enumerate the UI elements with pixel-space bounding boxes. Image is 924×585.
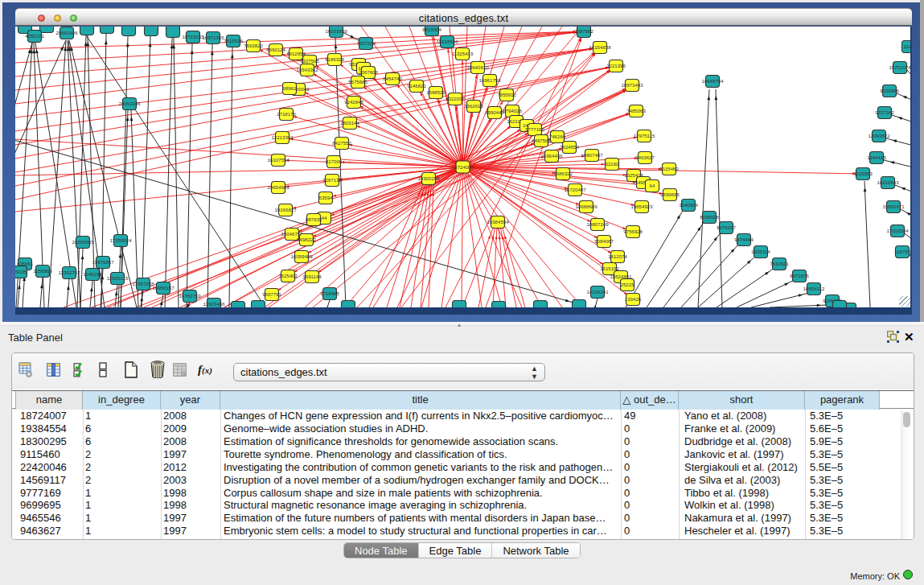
svg-text:9329966: 9329966 <box>880 88 899 93</box>
svg-text:1612074: 1612074 <box>608 253 627 259</box>
svg-text:19166827: 19166827 <box>274 207 297 212</box>
svg-text:10807487: 10807487 <box>581 152 603 158</box>
svg-text:5675685: 5675685 <box>348 79 368 84</box>
svg-text:9084067: 9084067 <box>594 238 614 244</box>
svg-text:6497568: 6497568 <box>532 138 551 143</box>
svg-text:116753: 116753 <box>894 249 910 254</box>
svg-text:19218506: 19218506 <box>436 39 458 44</box>
svg-text:2367608: 2367608 <box>359 69 378 75</box>
svg-text:17359924: 17359924 <box>109 237 132 243</box>
svg-text:98961: 98961 <box>283 85 298 91</box>
svg-text:16099489: 16099489 <box>290 253 313 259</box>
svg-text:9115460: 9115460 <box>659 166 679 171</box>
svg-text:20691406: 20691406 <box>55 30 78 35</box>
svg-text:1640954: 1640954 <box>679 202 698 208</box>
svg-text:8454749: 8454749 <box>383 76 402 81</box>
svg-text:8186328: 8186328 <box>325 56 344 62</box>
svg-text:3215953: 3215953 <box>853 171 873 176</box>
svg-text:8660124: 8660124 <box>266 47 285 52</box>
svg-text:11325419: 11325419 <box>452 51 474 56</box>
svg-text:8813054: 8813054 <box>422 27 441 32</box>
svg-text:9227342: 9227342 <box>875 109 894 115</box>
svg-text:9716485: 9716485 <box>320 290 339 296</box>
svg-text:9242848: 9242848 <box>344 99 363 105</box>
svg-text:16961758: 16961758 <box>478 77 501 83</box>
svg-text:15751074: 15751074 <box>889 64 911 70</box>
svg-text:7632621: 7632621 <box>770 261 789 266</box>
svg-text:39135: 39135 <box>15 269 27 274</box>
svg-text:1221396: 1221396 <box>606 63 626 68</box>
svg-text:1156869: 1156869 <box>33 268 52 274</box>
svg-text:8427552: 8427552 <box>332 140 351 146</box>
svg-text:12975115: 12975115 <box>634 133 655 138</box>
svg-text:6794028: 6794028 <box>503 108 522 113</box>
svg-text:18640910: 18640910 <box>466 64 489 70</box>
svg-text:9463627: 9463627 <box>635 154 655 160</box>
svg-text:1691144: 1691144 <box>302 274 322 279</box>
svg-text:2803144: 2803144 <box>340 120 359 126</box>
svg-text:6879197: 6879197 <box>717 225 736 230</box>
svg-text:10973493: 10973493 <box>621 82 643 88</box>
svg-text:17957255: 17957255 <box>132 281 154 286</box>
svg-text:10648784: 10648784 <box>701 78 724 84</box>
svg-text:53594: 53594 <box>319 195 334 200</box>
svg-text:15692971: 15692971 <box>882 204 905 209</box>
svg-text:133426: 133426 <box>625 296 642 302</box>
svg-text:19975857: 19975857 <box>92 259 114 265</box>
svg-text:7357224: 7357224 <box>356 40 376 46</box>
svg-text:3624554: 3624554 <box>560 144 579 150</box>
svg-text:1112: 1112 <box>904 43 912 49</box>
svg-text:12505115: 12505115 <box>107 275 129 281</box>
svg-text:18807249: 18807249 <box>586 221 609 227</box>
svg-text:12342757: 12342757 <box>58 270 80 275</box>
svg-text:8990448: 8990448 <box>485 109 504 115</box>
svg-text:9777169: 9777169 <box>525 126 544 132</box>
svg-text:9756928: 9756928 <box>623 229 643 234</box>
svg-text:20364436: 20364436 <box>540 153 563 159</box>
svg-text:9498222: 9498222 <box>297 237 316 242</box>
svg-text:2718176: 2718176 <box>277 111 296 117</box>
svg-text:1244415: 1244415 <box>867 154 886 160</box>
svg-text:10688609: 10688609 <box>575 204 598 209</box>
svg-text:16971355: 16971355 <box>202 35 224 40</box>
svg-text:10654112: 10654112 <box>803 286 825 291</box>
svg-text:62160: 62160 <box>606 161 620 167</box>
svg-text:19654983: 19654983 <box>267 184 290 190</box>
svg-text:10719155: 10719155 <box>182 34 204 39</box>
svg-text:746266: 746266 <box>549 134 566 139</box>
svg-text:20206555: 20206555 <box>72 239 94 245</box>
svg-text:20053346: 20053346 <box>118 101 141 106</box>
svg-text:64: 64 <box>650 183 655 188</box>
svg-text:9474444: 9474444 <box>734 237 754 242</box>
svg-text:9699695: 9699695 <box>660 192 680 197</box>
svg-text:4055721: 4055721 <box>25 33 44 39</box>
svg-text:9327505: 9327505 <box>300 58 319 64</box>
svg-text:12093822: 12093822 <box>868 133 890 138</box>
svg-text:887835: 887835 <box>306 216 322 222</box>
svg-text:7625402: 7625402 <box>278 273 298 278</box>
svg-text:7955812: 7955812 <box>497 92 516 97</box>
svg-text:17016504: 17016504 <box>886 228 909 233</box>
svg-text:16154838: 16154838 <box>589 44 611 50</box>
svg-text:8471676: 8471676 <box>790 273 809 278</box>
svg-text:16543362: 16543362 <box>296 67 318 72</box>
svg-text:3267130: 3267130 <box>322 177 342 183</box>
svg-text:7663822: 7663822 <box>244 43 263 48</box>
svg-text:19384554: 19384554 <box>487 219 509 225</box>
svg-text:1145194: 1145194 <box>83 271 102 277</box>
svg-text:16210643: 16210643 <box>877 179 899 185</box>
svg-text:2935114: 2935114 <box>751 249 770 254</box>
svg-text:44: 44 <box>322 215 327 220</box>
svg-text:16107554: 16107554 <box>267 157 290 163</box>
svg-text:15720407: 15720407 <box>564 187 586 192</box>
svg-text:1362615: 1362615 <box>464 103 483 109</box>
svg-text:7986322: 7986322 <box>553 171 573 176</box>
svg-text:12213363: 12213363 <box>271 134 294 140</box>
svg-text:9657791: 9657791 <box>262 291 281 297</box>
svg-text:7485063: 7485063 <box>626 108 646 113</box>
svg-text:10958157: 10958157 <box>152 285 175 290</box>
svg-text:16033809: 16033809 <box>325 28 347 34</box>
svg-text:12923466: 12923466 <box>203 301 225 307</box>
svg-text:18300295: 18300295 <box>417 175 440 181</box>
svg-text:14136141: 14136141 <box>586 289 609 295</box>
